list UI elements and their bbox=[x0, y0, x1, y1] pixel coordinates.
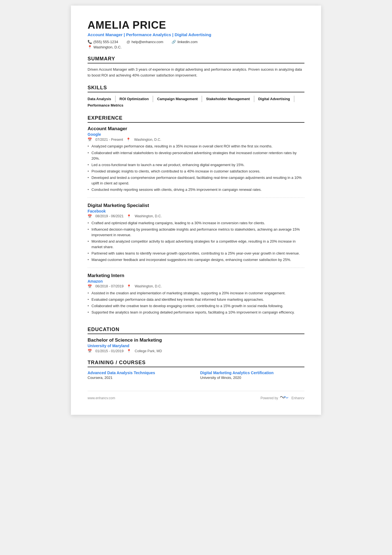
job-title: Account Manager bbox=[88, 126, 304, 132]
job-title: Marketing Intern bbox=[88, 273, 304, 278]
training-item-sub: Coursera, 2021 bbox=[88, 376, 192, 380]
bullet-item: Crafted and optimized digital marketing … bbox=[88, 220, 304, 226]
training-item-sub: University of Illinois, 2020 bbox=[200, 376, 304, 380]
footer-brand: Powered by Enhancv bbox=[260, 395, 304, 401]
job-block: Digital Marketing Specialist Facebook 📅 … bbox=[88, 203, 304, 268]
job-dates: 07/2021 - Present bbox=[95, 138, 123, 142]
job-meta: 📅 07/2021 - Present 📍 Washington, D.C. bbox=[88, 137, 304, 142]
bullet-item: Collaborated with the creative team to d… bbox=[88, 303, 304, 309]
calendar-icon: 📅 bbox=[88, 214, 92, 218]
bullet-item: Managed customer feedback and incorporat… bbox=[88, 257, 304, 263]
job-bullets: Crafted and optimized digital marketing … bbox=[88, 220, 304, 263]
location-icon: 📍 bbox=[126, 137, 131, 142]
job-location: Washington, D.C. bbox=[135, 214, 162, 218]
email-icon: @ bbox=[126, 40, 130, 44]
training-item-title: Advanced Data Analysis Techniques bbox=[88, 371, 192, 375]
training-item: Digital Marketing Analytics Certificatio… bbox=[200, 371, 304, 380]
edu-meta: 📅 01/2015 - 01/2019 📍 College Park, MD bbox=[88, 349, 304, 353]
skill-item: Data Analysis bbox=[88, 96, 116, 102]
job-location: Washington, D.C. bbox=[134, 138, 161, 142]
edu-location-icon: 📍 bbox=[127, 349, 131, 353]
location-text: Washington, D.C. bbox=[93, 45, 121, 49]
bullet-item: Collaborated with internal stakeholders … bbox=[88, 150, 304, 161]
location-icon: 📍 bbox=[127, 214, 131, 218]
job-company: Google bbox=[88, 132, 304, 137]
header: AMELIA PRICE Account Manager | Performan… bbox=[88, 19, 304, 49]
skills-section: SKILLS Data AnalysisROI OptimizationCamp… bbox=[88, 85, 304, 108]
skill-item: Digital Advertising bbox=[258, 96, 294, 102]
job-company: Facebook bbox=[88, 209, 304, 213]
training-title: TRAINING / COURSES bbox=[88, 360, 304, 367]
job-dates: 06/2018 - 07/2019 bbox=[95, 284, 123, 288]
skill-item: Performance Metrics bbox=[88, 102, 127, 108]
phone-contact: 📞 (555) 555-1234 bbox=[88, 40, 118, 44]
job-dates: 08/2019 - 06/2021 bbox=[95, 214, 123, 218]
footer: www.enhancv.com Powered by Enhancv bbox=[88, 391, 304, 401]
job-bullets: Assisted in the creation and implementat… bbox=[88, 290, 304, 315]
bullet-item: Provided strategic insights to clients, … bbox=[88, 169, 304, 174]
contact-row-2: 📍 Washington, D.C. bbox=[88, 45, 304, 49]
training-grid: Advanced Data Analysis Techniques Course… bbox=[88, 371, 304, 380]
candidate-name: AMELIA PRICE bbox=[88, 19, 304, 31]
skill-item: Campaign Management bbox=[157, 96, 202, 102]
email-address: help@enhancv.com bbox=[132, 40, 163, 44]
job-meta: 📅 06/2018 - 07/2019 📍 Washington, D.C. bbox=[88, 284, 304, 288]
experience-title: EXPERIENCE bbox=[88, 115, 304, 123]
skills-title: SKILLS bbox=[88, 85, 304, 92]
skill-item: Stakeholder Management bbox=[206, 96, 254, 102]
footer-powered-by: Powered by bbox=[260, 396, 278, 400]
resume-page: AMELIA PRICE Account Manager | Performan… bbox=[71, 6, 321, 415]
location-contact: 📍 Washington, D.C. bbox=[88, 45, 121, 49]
location-icon: 📍 bbox=[127, 284, 131, 288]
enhancv-logo bbox=[280, 395, 290, 401]
location-icon: 📍 bbox=[88, 45, 92, 49]
job-company: Amazon bbox=[88, 279, 304, 283]
bullet-item: Developed and tested a comprehensive per… bbox=[88, 175, 304, 186]
job-meta: 📅 08/2019 - 06/2021 📍 Washington, D.C. bbox=[88, 214, 304, 218]
footer-website: www.enhancv.com bbox=[88, 396, 115, 400]
job-bullets: Analyzed campaign performance data, resu… bbox=[88, 144, 304, 193]
bullet-item: Led a cross-functional team to launch a … bbox=[88, 162, 304, 168]
linkedin-url: linkedin.com bbox=[177, 40, 197, 44]
bullet-item: Partnered with sales teams to identify r… bbox=[88, 251, 304, 256]
email-contact: @ help@enhancv.com bbox=[126, 40, 163, 44]
education-block: Bachelor of Science in Marketing Univers… bbox=[88, 337, 304, 353]
bullet-item: Analyzed campaign performance data, resu… bbox=[88, 144, 304, 149]
jobs-container: Account Manager Google 📅 07/2021 - Prese… bbox=[88, 126, 304, 320]
calendar-icon: 📅 bbox=[88, 137, 92, 142]
bullet-item: Assisted in the creation and implementat… bbox=[88, 290, 304, 296]
job-block: Marketing Intern Amazon 📅 06/2018 - 07/2… bbox=[88, 273, 304, 320]
bullet-item: Conducted monthly reporting sessions wit… bbox=[88, 187, 304, 193]
edu-location: College Park, MD bbox=[135, 349, 162, 353]
candidate-title: Account Manager | Performance Analytics … bbox=[88, 32, 304, 37]
bullet-item: Influenced decision-making by presenting… bbox=[88, 227, 304, 238]
phone-number: (555) 555-1234 bbox=[93, 40, 118, 44]
training-section: TRAINING / COURSES Advanced Data Analysi… bbox=[88, 360, 304, 380]
training-item: Advanced Data Analysis Techniques Course… bbox=[88, 371, 192, 380]
training-item-title: Digital Marketing Analytics Certificatio… bbox=[200, 371, 304, 375]
summary-section: SUMMARY Driven Account Manager with 3 ye… bbox=[88, 56, 304, 78]
job-location: Washington, D.C. bbox=[135, 284, 162, 288]
edu-degree: Bachelor of Science in Marketing bbox=[88, 337, 304, 343]
linkedin-contact: 🔗 linkedin.com bbox=[172, 40, 197, 44]
job-block: Account Manager Google 📅 07/2021 - Prese… bbox=[88, 126, 304, 198]
bullet-item: Monitored and analyzed competitor activi… bbox=[88, 239, 304, 250]
education-section: EDUCATION Bachelor of Science in Marketi… bbox=[88, 327, 304, 353]
brand-name: Enhancv bbox=[291, 396, 304, 400]
phone-icon: 📞 bbox=[88, 40, 92, 44]
edu-dates: 01/2015 - 01/2019 bbox=[95, 349, 123, 353]
bullet-item: Supported the analytics team in producin… bbox=[88, 310, 304, 315]
summary-text: Driven Account Manager with 3 years of e… bbox=[88, 67, 304, 78]
link-icon: 🔗 bbox=[172, 40, 176, 44]
edu-school: University of Maryland bbox=[88, 344, 304, 348]
calendar-icon: 📅 bbox=[88, 284, 92, 288]
skill-item: ROI Optimization bbox=[120, 96, 153, 102]
summary-title: SUMMARY bbox=[88, 56, 304, 63]
contact-row-1: 📞 (555) 555-1234 @ help@enhancv.com 🔗 li… bbox=[88, 40, 304, 44]
experience-section: EXPERIENCE Account Manager Google 📅 07/2… bbox=[88, 115, 304, 320]
bullet-item: Evaluated campaign performance data and … bbox=[88, 297, 304, 302]
edu-dates-icon: 📅 bbox=[88, 349, 92, 353]
skills-list: Data AnalysisROI OptimizationCampaign Ma… bbox=[88, 96, 304, 108]
job-title: Digital Marketing Specialist bbox=[88, 203, 304, 208]
education-title: EDUCATION bbox=[88, 327, 304, 334]
